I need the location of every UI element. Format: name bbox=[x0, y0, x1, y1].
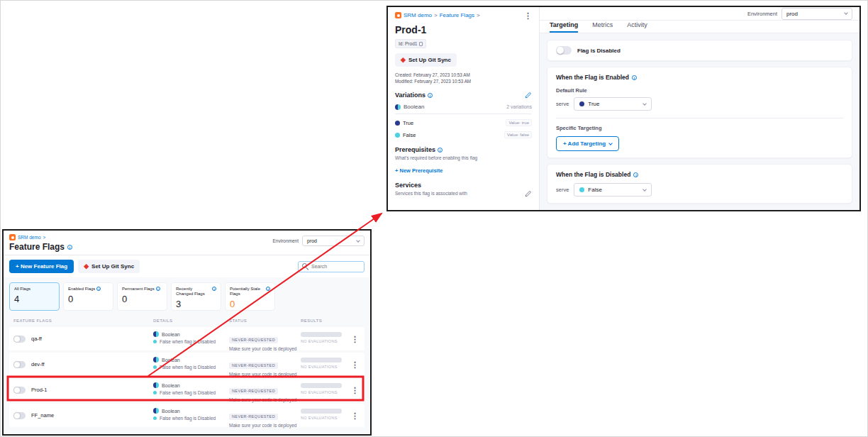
search-input[interactable] bbox=[311, 264, 361, 269]
breadcrumb-separator: > bbox=[434, 12, 438, 18]
stat-card-recently-changed-flags[interactable]: Recently Changed Flags 3 bbox=[171, 282, 221, 311]
evaluations-label: NO EVALUATIONS bbox=[301, 339, 342, 343]
environment-value: prod bbox=[307, 238, 317, 243]
flag-menu-icon[interactable]: ⋮ bbox=[524, 12, 532, 20]
default-rule-label: Default Rule bbox=[556, 87, 843, 94]
git-sync-button[interactable]: ◆ Set Up Git Sync bbox=[78, 260, 140, 273]
new-feature-flag-button[interactable]: + New Feature Flag bbox=[9, 260, 74, 273]
off-variation-label: False when flag is Disabled bbox=[160, 390, 216, 395]
environment-select[interactable]: prod bbox=[302, 236, 365, 246]
info-icon[interactable] bbox=[632, 75, 637, 80]
new-prerequisite-link[interactable]: + New Prerequisite bbox=[395, 167, 532, 174]
copy-icon[interactable] bbox=[419, 42, 423, 46]
info-icon[interactable] bbox=[67, 245, 72, 250]
flag-toggle[interactable] bbox=[13, 361, 26, 368]
environment-bar: Environment prod bbox=[540, 7, 859, 21]
table-row-qa-ff[interactable]: qa-ff Boolean False when flag is Disable… bbox=[9, 327, 365, 350]
tab-activity[interactable]: Activity bbox=[627, 21, 647, 33]
add-targeting-button[interactable]: + Add Targeting bbox=[556, 136, 619, 151]
flag-toggle[interactable] bbox=[13, 387, 26, 394]
variations-heading: Variations bbox=[395, 92, 433, 99]
flag-toggle[interactable] bbox=[13, 412, 26, 419]
enabled-rules-card: When the Flag is Enabled Default Rule se… bbox=[547, 67, 852, 158]
flag-toggle[interactable] bbox=[13, 336, 26, 343]
flag-id-badge[interactable]: Id: Prod1 bbox=[395, 39, 426, 48]
info-icon[interactable] bbox=[428, 93, 433, 98]
true-variation-dot bbox=[395, 121, 400, 126]
results-bar bbox=[301, 358, 342, 363]
variation-row-false: False Value: false bbox=[395, 131, 532, 138]
git-sync-label: Set Up Git Sync bbox=[408, 57, 451, 63]
feature-flags-list-panel: SRM demo > Feature Flags Environment pro… bbox=[2, 229, 372, 436]
row-menu-icon[interactable]: ⋮ bbox=[351, 335, 359, 343]
stat-card-all-flags[interactable]: All Flags 4 bbox=[9, 282, 60, 311]
breadcrumb-section-link[interactable]: Feature Flags bbox=[440, 12, 474, 18]
row-menu-icon[interactable]: ⋮ bbox=[351, 386, 359, 394]
list-toolbar: + New Feature Flag ◆ Set Up Git Sync bbox=[4, 255, 370, 277]
boolean-variation-icon bbox=[153, 408, 159, 414]
services-description: Services this flag is associated with bbox=[395, 191, 467, 196]
results-bar bbox=[301, 383, 342, 388]
stats-strip: All Flags 4 Enabled Flags 0 Permanent Fl… bbox=[4, 277, 370, 316]
variation-row-true: True Value: true bbox=[395, 119, 532, 126]
tab-targeting[interactable]: Targeting bbox=[550, 21, 578, 33]
info-icon[interactable] bbox=[266, 287, 270, 291]
table-row-dev-ff[interactable]: dev-ff Boolean False when flag is Disabl… bbox=[9, 353, 365, 376]
row-menu-icon[interactable]: ⋮ bbox=[351, 360, 359, 368]
boolean-variation-icon bbox=[395, 104, 401, 110]
table-row-prod-1[interactable]: Prod-1 Boolean False when flag is Disabl… bbox=[9, 378, 365, 402]
git-sync-button[interactable]: ◆ Set Up Git Sync bbox=[395, 53, 457, 67]
serve-value: True bbox=[588, 101, 599, 107]
stat-card-enabled-flags[interactable]: Enabled Flags 0 bbox=[63, 282, 113, 311]
flag-type: Boolean bbox=[162, 383, 180, 388]
tab-metrics[interactable]: Metrics bbox=[592, 21, 613, 33]
environment-label: Environment bbox=[273, 238, 299, 243]
info-icon[interactable] bbox=[212, 287, 216, 291]
off-variation-label: False when flag is Disabled bbox=[160, 416, 216, 421]
info-icon[interactable] bbox=[96, 287, 101, 291]
chevron-down-icon bbox=[643, 101, 647, 106]
results-bar bbox=[301, 332, 342, 337]
variation-value-badge: Value: false bbox=[504, 131, 532, 138]
environment-bar: Environment prod bbox=[273, 236, 365, 246]
true-variation-dot bbox=[579, 101, 584, 106]
row-menu-icon[interactable]: ⋮ bbox=[351, 411, 359, 419]
edit-services-icon[interactable] bbox=[525, 190, 532, 197]
disabled-rules-card: When the Flag is Disabled serve False bbox=[547, 164, 852, 204]
variation-name: False bbox=[403, 132, 416, 138]
status-badge: NEVER-REQUESTED bbox=[229, 363, 278, 369]
environment-select[interactable]: prod bbox=[781, 8, 852, 20]
breadcrumb-project-link[interactable]: SRM demo bbox=[18, 235, 41, 240]
variation-type-label: Boolean bbox=[404, 104, 424, 110]
false-variation-dot bbox=[153, 391, 157, 394]
flag-detail-sidebar: SRM demo > Feature Flags > ⋮ Prod-1 Id: … bbox=[388, 7, 540, 210]
default-rule-serve-select[interactable]: True bbox=[574, 97, 652, 111]
git-sync-label: Set Up Git Sync bbox=[91, 263, 134, 270]
flag-title: Prod-1 bbox=[395, 24, 532, 35]
flag-type: Boolean bbox=[162, 358, 180, 363]
git-diamond-icon: ◆ bbox=[84, 263, 89, 270]
false-variation-dot bbox=[153, 340, 157, 343]
status-message: Make sure your code is deployed bbox=[229, 372, 296, 377]
column-header: DETAILS bbox=[153, 319, 172, 323]
info-icon[interactable] bbox=[633, 172, 638, 177]
info-icon[interactable] bbox=[438, 148, 443, 153]
flag-enabled-toggle[interactable] bbox=[556, 46, 572, 55]
flag-name: qa-ff bbox=[31, 336, 42, 342]
flag-type: Boolean bbox=[162, 332, 180, 337]
breadcrumb-project-link[interactable]: SRM demo bbox=[404, 12, 432, 18]
table-row-ff-name[interactable]: FF_name Boolean False when flag is Disab… bbox=[9, 404, 365, 427]
stat-value: 0 bbox=[68, 294, 108, 304]
chevron-down-icon bbox=[643, 187, 647, 192]
info-icon[interactable] bbox=[156, 287, 160, 291]
add-targeting-label: + Add Targeting bbox=[563, 140, 606, 147]
stat-value: 0 bbox=[122, 294, 162, 304]
divider bbox=[556, 118, 843, 118]
column-header: FEATURE FLAGS bbox=[13, 319, 52, 323]
stat-card-permanent-flags[interactable]: Permanent Flags 0 bbox=[117, 282, 167, 311]
edit-variations-icon[interactable] bbox=[525, 92, 532, 99]
status-message: Make sure your code is deployed bbox=[229, 423, 296, 428]
stat-card-potentially-stale-flags[interactable]: Potentially Stale Flags 0 bbox=[225, 282, 275, 311]
evaluations-label: NO EVALUATIONS bbox=[301, 416, 342, 420]
disabled-serve-select[interactable]: False bbox=[574, 183, 652, 197]
